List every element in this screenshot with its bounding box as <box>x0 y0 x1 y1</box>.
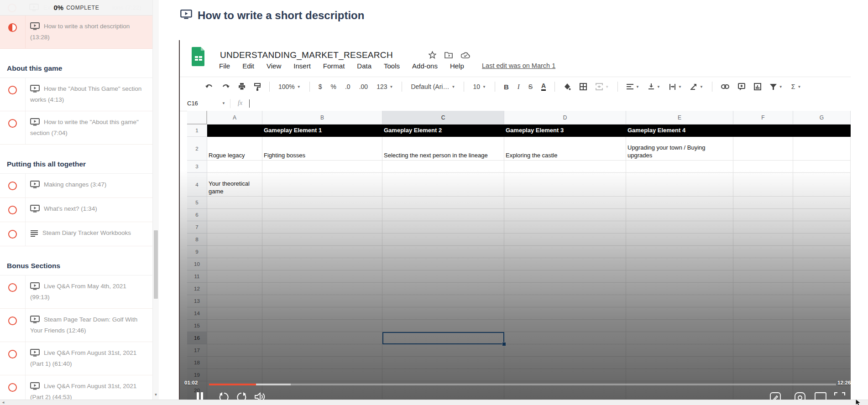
sidebar-sections: About this gameHow the "About This Game"… <box>0 49 153 400</box>
sidebar-item-lecture[interactable]: Live Q&A From August 31st, 2021 (Part 1)… <box>0 342 153 375</box>
rewind-icon[interactable] <box>219 392 229 400</box>
incomplete-circle-icon <box>8 206 17 214</box>
status-column <box>0 111 25 144</box>
lecture-title: How the "About This Game" section works … <box>30 85 141 103</box>
sidebar-item-lecture[interactable]: Steam Page Tear Down: Golf With Your Fri… <box>0 309 153 342</box>
status-column <box>0 198 25 222</box>
curriculum-list: Ex ions (7:22) 0% COMPLETE How to write … <box>0 0 153 400</box>
status-column <box>0 275 25 308</box>
progress-label: COMPLETE <box>66 5 99 11</box>
in-progress-circle-icon <box>8 23 17 32</box>
video-lecture-icon <box>30 85 40 95</box>
lecture-title: How to write a short description (13:28) <box>30 23 130 41</box>
course-sidebar: Ex ions (7:22) 0% COMPLETE How to write … <box>0 0 159 400</box>
lecture-title: Making changes (3:47) <box>44 181 106 188</box>
lecture-title: Live Q&A From August 31st, 2021 (Part 2)… <box>30 383 136 400</box>
lesson-title-text: How to write a short description <box>198 9 364 22</box>
lecture-label: How to write a short description (13:28) <box>25 16 153 48</box>
sidebar-item-lecture[interactable]: Steam Diary Tracker Workbooks <box>0 222 153 246</box>
sidebar-item-lecture[interactable]: Making changes (3:47) <box>0 174 153 198</box>
settings-icon[interactable] <box>795 392 805 400</box>
status-column <box>0 16 25 48</box>
text-lecture-icon <box>30 230 38 239</box>
video-lecture-icon <box>30 22 40 33</box>
volume-icon[interactable] <box>255 392 266 400</box>
video-lecture-icon <box>180 9 192 22</box>
lecture-label: Making changes (3:47) <box>25 174 153 197</box>
section-title: Bonus Sections <box>0 246 153 275</box>
lecture-title: Live Q&A From May 4th, 2021 (99:13) <box>30 283 126 301</box>
status-column <box>0 78 25 111</box>
status-column <box>0 309 25 342</box>
seek-bar[interactable] <box>209 384 836 385</box>
incomplete-circle-icon <box>8 350 17 358</box>
player-controls: 01:02 12:26 <box>180 40 851 400</box>
lecture-label: What's next? (1:34) <box>25 198 153 222</box>
video-lecture-icon <box>30 282 40 293</box>
forward-icon[interactable] <box>236 392 246 400</box>
incomplete-circle-icon <box>8 317 17 325</box>
lecture-title: Steam Diary Tracker Workbooks <box>42 229 131 236</box>
video-lecture-icon <box>30 118 40 129</box>
video-player[interactable]: UNDERSTANDING_MARKET_RESEARCH FileEditVi… <box>179 40 851 400</box>
played-bar <box>209 384 256 385</box>
video-lecture-icon <box>30 316 40 326</box>
horizontal-scrollbar[interactable]: ◄ <box>0 400 868 405</box>
status-column <box>0 222 25 246</box>
incomplete-circle-icon <box>8 182 17 190</box>
pip-icon[interactable] <box>815 392 826 400</box>
incomplete-circle-icon <box>8 86 17 94</box>
mouse-cursor <box>855 399 862 405</box>
lecture-label: How to write the "About this game" secti… <box>25 111 153 144</box>
lecture-label: Steam Page Tear Down: Golf With Your Fri… <box>25 309 153 342</box>
progress-header: Ex ions (7:22) 0% COMPLETE <box>0 0 153 16</box>
progress-percent: 0% <box>53 4 63 11</box>
video-duration: 12:26 <box>837 380 851 385</box>
sidebar-item-lecture[interactable]: How to write the "About this game" secti… <box>0 111 153 145</box>
sidebar-item-lecture[interactable]: Live Q&A From August 31st, 2021 (Part 2)… <box>0 375 153 400</box>
scroll-left-arrow-icon[interactable]: ◄ <box>1 400 5 405</box>
status-column <box>0 342 25 375</box>
sidebar-item-lecture[interactable]: Live Q&A From May 4th, 2021 (99:13) <box>0 275 153 309</box>
incomplete-circle-icon <box>8 119 17 128</box>
lecture-title: What's next? (1:34) <box>44 205 97 212</box>
video-lecture-icon <box>30 181 40 191</box>
incomplete-circle-icon <box>8 383 17 392</box>
lecture-label: How the "About This Game" section works … <box>25 78 153 111</box>
video-lecture-icon <box>30 382 40 393</box>
lecture-title: How to write the "About this game" secti… <box>30 119 139 136</box>
current-time: 01:02 <box>184 380 198 385</box>
sidebar-item-lecture[interactable]: What's next? (1:34) <box>0 198 153 222</box>
lecture-title: Steam Page Tear Down: Golf With Your Fri… <box>30 316 137 334</box>
lecture-title: Live Q&A From August 31st, 2021 (Part 1)… <box>30 349 136 367</box>
section-title: About this game <box>0 49 153 78</box>
status-column <box>0 174 25 197</box>
lecture-label: Live Q&A From August 31st, 2021 (Part 2)… <box>25 375 153 400</box>
incomplete-circle-icon <box>8 230 17 239</box>
sidebar-item-current-lecture[interactable]: How to write a short description (13:28) <box>0 16 153 49</box>
sidebar-scrollbar-thumb[interactable] <box>154 230 158 299</box>
sidebar-item-lecture[interactable]: How the "About This Game" section works … <box>0 78 153 111</box>
pause-icon[interactable] <box>196 392 204 400</box>
scroll-down-arrow-icon[interactable]: ▼ <box>153 393 159 397</box>
status-column <box>0 375 25 400</box>
video-lecture-icon <box>30 349 40 359</box>
page-title: How to write a short description <box>180 9 364 22</box>
lecture-label: Live Q&A From May 4th, 2021 (99:13) <box>25 275 153 308</box>
sidebar-scrollbar[interactable]: ▼ <box>152 0 159 400</box>
annotation-icon[interactable] <box>770 392 781 400</box>
fullscreen-icon[interactable] <box>834 392 845 400</box>
video-lecture-icon <box>30 205 40 215</box>
progress-bar: 0% COMPLETE <box>0 0 153 16</box>
section-title: Putting this all together <box>0 145 153 174</box>
incomplete-circle-icon <box>8 283 17 292</box>
lecture-label: Steam Diary Tracker Workbooks <box>25 222 153 246</box>
lecture-label: Live Q&A From August 31st, 2021 (Part 1)… <box>25 342 153 375</box>
